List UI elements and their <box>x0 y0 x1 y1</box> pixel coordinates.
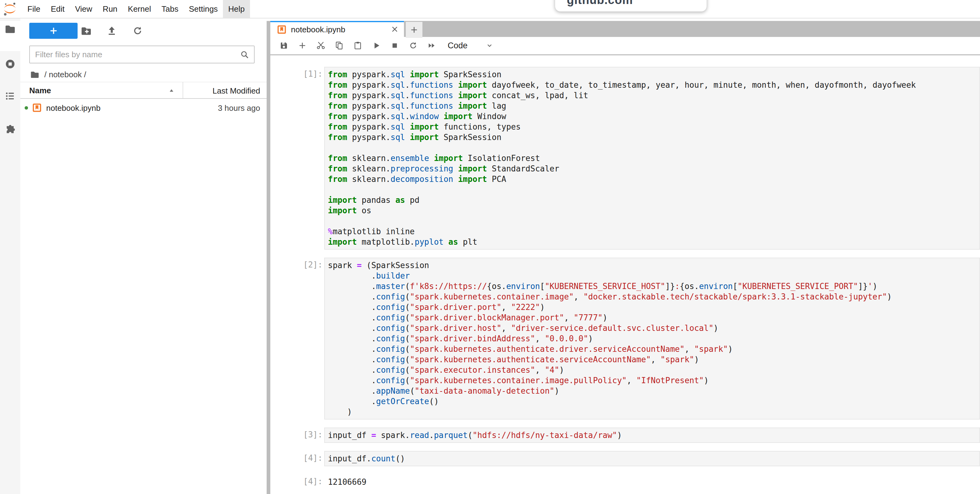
code-line: from pyspark.sql import SparkSession <box>328 69 979 80</box>
code-line: from sklearn.preprocessing import Standa… <box>328 164 979 174</box>
upload-button upload-icon[interactable] <box>106 25 117 37</box>
code-line: .builder <box>328 270 979 281</box>
cell-type-value: Code <box>448 41 468 51</box>
code-line: ) <box>328 407 979 417</box>
main-dock-panel: notebook.ipynb Code [1]:from pyspark.sql… <box>267 21 980 494</box>
jupyter-logo-icon <box>2 2 17 16</box>
tab-label: notebook.ipynb <box>291 25 345 35</box>
menu-bar: FileEditViewRunKernelTabsSettingsHelp <box>0 0 980 19</box>
code-line: .config("spark.driver.host", "driver-ser… <box>328 323 979 334</box>
activity-bar <box>0 19 20 494</box>
add-tab-icon <box>409 25 419 35</box>
cut-button cut-icon[interactable] <box>316 41 325 50</box>
new-tab-button[interactable] <box>406 22 422 38</box>
run-button run-icon[interactable] <box>372 41 381 50</box>
code-line: .config("spark.kubernetes.container.imag… <box>328 375 979 386</box>
code-line: import os <box>328 205 979 216</box>
code-line: from pyspark.sql.functions import lag <box>328 101 979 111</box>
code-line: .config("spark.kubernetes.authenticate.d… <box>328 344 979 354</box>
sort-ascending-icon[interactable] <box>167 87 175 95</box>
notebook-toolbar-buttons <box>275 41 441 50</box>
plus-icon <box>48 25 59 37</box>
menu-item-run[interactable]: Run <box>98 0 123 18</box>
code-line: 12106669 <box>328 477 980 487</box>
code-line: from pyspark.sql.functions import concat… <box>328 90 979 101</box>
execution-count-prompt: [1]: <box>270 67 324 249</box>
code-line: from pyspark.sql import functions, types <box>328 122 979 132</box>
code-line: from sklearn.ensemble import IsolationFo… <box>328 153 979 164</box>
refresh-button refresh-icon[interactable] <box>132 25 143 37</box>
save-button save-icon[interactable] <box>279 41 288 50</box>
code-line <box>328 143 979 153</box>
code-cell[interactable]: [2]:spark = (SparkSession .builder .mast… <box>270 257 980 419</box>
code-line: import pandas as pd <box>328 195 979 205</box>
paste-button paste-icon[interactable] <box>353 41 363 50</box>
menu-item-view[interactable]: View <box>70 0 98 18</box>
tab-notebook[interactable]: notebook.ipynb <box>270 21 404 37</box>
cell-editor[interactable]: input_df = spark.read.parquet("hdfs://hd… <box>324 427 980 443</box>
code-line: spark = (SparkSession <box>328 260 979 270</box>
add-button add-icon[interactable] <box>298 41 307 50</box>
menu-item-help[interactable]: Help <box>223 0 250 18</box>
code-cell[interactable]: [4]:input_df.count() <box>270 451 980 466</box>
code-line: .config("spark.kubernetes.container.imag… <box>328 291 979 302</box>
code-line: .master(f'k8s://https://{os.environ["KUB… <box>328 281 979 291</box>
file-last-modified: 3 hours ago <box>218 103 260 113</box>
code-line: .config("spark.driver.bindAddress", "0.0… <box>328 334 979 344</box>
active-tab-accent-bar <box>270 21 404 22</box>
activity-tab-file-browser folder-icon[interactable] <box>5 24 16 35</box>
code-line: from pyspark.sql import SparkSession <box>328 132 979 143</box>
close-tab-icon[interactable] <box>390 25 399 33</box>
document-tab-bar: notebook.ipynb <box>270 21 980 37</box>
fast-forward-button fast-forward-icon[interactable] <box>427 41 436 50</box>
restart-button restart-icon[interactable] <box>409 41 418 50</box>
code-line <box>328 184 979 195</box>
cell-editor[interactable]: from pyspark.sql import SparkSessionfrom… <box>324 67 980 249</box>
file-browser-panel: / notebook / Name Last Modified notebook… <box>20 19 267 494</box>
code-line: .config("spark.driver.port", "2222") <box>328 302 979 312</box>
file-row[interactable]: notebook.ipynb3 hours ago <box>20 99 267 116</box>
code-cell[interactable]: [1]:from pyspark.sql import SparkSession… <box>270 67 980 249</box>
chevron-down-icon <box>485 41 493 49</box>
new-folder-button folder-plus-icon[interactable] <box>81 25 92 37</box>
menu-item-kernel[interactable]: Kernel <box>123 0 156 18</box>
code-line: import matplotlib.pyplot as plt <box>328 237 979 247</box>
menu-item-settings[interactable]: Settings <box>183 0 223 18</box>
code-line: .config("spark.kubernetes.authenticate.s… <box>328 354 979 365</box>
column-header-last-modified[interactable]: Last Modified <box>212 86 260 96</box>
column-divider <box>183 82 183 98</box>
new-launcher-button[interactable] <box>29 23 78 39</box>
breadcrumb[interactable]: / notebook / <box>30 67 86 82</box>
filter-files-input[interactable] <box>30 46 254 63</box>
file-listing: notebook.ipynb3 hours ago <box>20 99 267 116</box>
file-list-header: Name Last Modified <box>20 82 267 99</box>
activity-tab-running-sessions running-icon[interactable] <box>5 59 16 70</box>
search-icon <box>240 50 250 60</box>
column-header-name[interactable]: Name <box>29 86 51 95</box>
execution-count-prompt: [3]: <box>270 427 324 443</box>
menu-item-tabs[interactable]: Tabs <box>156 0 183 18</box>
copy-button copy-icon[interactable] <box>335 41 344 50</box>
notebook-content[interactable]: [1]:from pyspark.sql import SparkSession… <box>270 57 980 494</box>
notebook-file-icon <box>32 103 42 113</box>
code-line: from sklearn.decomposition import PCA <box>328 174 979 184</box>
activity-tab-table-of-contents toc-icon[interactable] <box>5 91 16 102</box>
stop-button stop-icon[interactable] <box>390 41 399 50</box>
breadcrumb-path: / notebook / <box>45 70 86 79</box>
notebook-file-icon <box>277 25 286 34</box>
code-line: from pyspark.sql.functions import dayofw… <box>328 80 979 90</box>
menu-item-file[interactable]: File <box>22 0 46 18</box>
github-popup: github.com <box>555 0 707 12</box>
code-line: .getOrCreate() <box>328 396 979 407</box>
cell-editor[interactable]: input_df.count() <box>324 451 980 466</box>
menu-item-edit[interactable]: Edit <box>46 0 70 18</box>
code-line: from pyspark.sql.window import Window <box>328 111 979 122</box>
code-line: %matplotlib inline <box>328 226 979 237</box>
cell-type-dropdown[interactable]: Code <box>448 41 493 51</box>
code-cell[interactable]: [3]:input_df = spark.read.parquet("hdfs:… <box>270 427 980 443</box>
cell-editor[interactable]: spark = (SparkSession .builder .master(f… <box>324 257 980 419</box>
kernel-running-dot <box>25 106 28 110</box>
activity-tab-extensions puzzle-icon[interactable] <box>5 124 16 135</box>
github-popup-text: github.com <box>567 0 633 7</box>
code-line <box>328 216 979 226</box>
